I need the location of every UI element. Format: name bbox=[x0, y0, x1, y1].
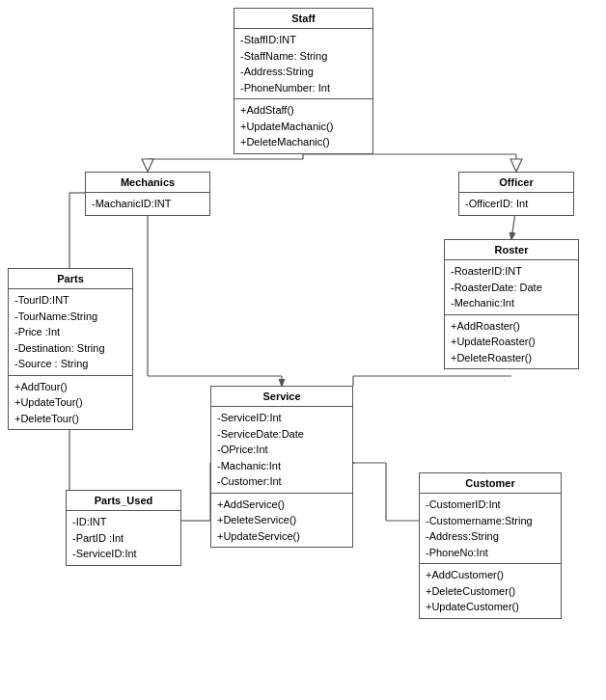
parts-used-attributes: -ID:INT -PartID :Int -ServiceID:Int bbox=[67, 511, 180, 565]
staff-attr-2: -StaffName: String bbox=[240, 48, 367, 65]
service-methods: +AddService() +DeleteService() +UpdateSe… bbox=[211, 494, 352, 548]
service-method-1: +AddService() bbox=[217, 497, 346, 513]
parts-attr-2: -TourName:String bbox=[14, 309, 126, 325]
officer-attr-1: -OfficerID: Int bbox=[465, 196, 567, 212]
parts-attr-4: -Destination: String bbox=[14, 340, 126, 357]
parts-used-class: Parts_Used -ID:INT -PartID :Int -Service… bbox=[66, 490, 181, 566]
svg-marker-7 bbox=[510, 159, 522, 172]
customer-attributes: -CustomerID:Int -Customername:String -Ad… bbox=[420, 494, 561, 564]
customer-method-3: +UpdateCustomer() bbox=[426, 599, 555, 615]
service-attr-5: -Customer:Int bbox=[217, 473, 346, 490]
officer-attributes: -OfficerID: Int bbox=[459, 193, 573, 215]
roster-method-1: +AddRoaster() bbox=[451, 318, 572, 335]
staff-method-2: +UpdateMachanic() bbox=[240, 119, 367, 135]
customer-methods: +AddCustomer() +DeleteCustomer() +Update… bbox=[420, 564, 561, 618]
mechanics-attr-1: -MachanicID:INT bbox=[92, 196, 204, 212]
roster-attr-1: -RoasterID:INT bbox=[451, 263, 572, 280]
staff-class: Staff -StaffID:INT -StaffName: String -A… bbox=[234, 8, 373, 154]
service-attr-1: -ServiceID:Int bbox=[217, 410, 346, 426]
roster-attr-3: -Mechanic:Int bbox=[451, 295, 572, 311]
service-method-3: +UpdateService() bbox=[217, 528, 346, 545]
customer-title: Customer bbox=[420, 473, 561, 494]
roster-method-3: +DeleteRoaster() bbox=[451, 350, 572, 366]
parts-class: Parts -TourID:INT -TourName:String -Pric… bbox=[8, 268, 133, 430]
service-attr-3: -OPrice:Int bbox=[217, 442, 346, 458]
parts-used-attr-1: -ID:INT bbox=[72, 514, 175, 530]
parts-used-title: Parts_Used bbox=[67, 491, 180, 511]
roster-class: Roster -RoasterID:INT -RoasterDate: Date… bbox=[444, 239, 579, 369]
staff-attr-4: -PhoneNumber: Int bbox=[240, 80, 367, 96]
roster-methods: +AddRoaster() +UpdateRoaster() +DeleteRo… bbox=[445, 315, 578, 369]
customer-method-2: +DeleteCustomer() bbox=[426, 583, 555, 600]
staff-attr-1: -StaffID:INT bbox=[240, 32, 367, 48]
roster-title: Roster bbox=[445, 240, 578, 260]
parts-attr-1: -TourID:INT bbox=[14, 292, 126, 309]
roster-attr-2: -RoasterDate: Date bbox=[451, 280, 572, 296]
customer-attr-3: -Address:String bbox=[426, 528, 555, 545]
staff-method-3: +DeleteMachanic() bbox=[240, 134, 367, 150]
parts-method-2: +UpdateTour() bbox=[14, 394, 126, 411]
parts-used-attr-2: -PartID :Int bbox=[72, 530, 175, 547]
mechanics-title: Mechanics bbox=[86, 173, 209, 193]
customer-method-1: +AddCustomer() bbox=[426, 567, 555, 583]
parts-used-attr-3: -ServiceID:Int bbox=[72, 546, 175, 562]
service-attributes: -ServiceID:Int -ServiceDate:Date -OPrice… bbox=[211, 407, 352, 494]
svg-marker-3 bbox=[142, 159, 153, 172]
staff-attr-3: -Address:String bbox=[240, 64, 367, 80]
customer-class: Customer -CustomerID:Int -Customername:S… bbox=[419, 472, 562, 619]
parts-method-1: +AddTour() bbox=[14, 379, 126, 395]
officer-class: Officer -OfficerID: Int bbox=[458, 172, 574, 216]
staff-methods: +AddStaff() +UpdateMachanic() +DeleteMac… bbox=[234, 99, 372, 153]
staff-title: Staff bbox=[234, 9, 372, 29]
parts-title: Parts bbox=[9, 269, 132, 289]
customer-attr-1: -CustomerID:Int bbox=[426, 497, 555, 513]
mechanics-class: Mechanics -MachanicID:INT bbox=[85, 172, 210, 216]
customer-attr-2: -Customername:String bbox=[426, 513, 555, 529]
parts-attr-5: -Source : String bbox=[14, 356, 126, 372]
roster-method-2: +UpdateRoaster() bbox=[451, 334, 572, 350]
staff-method-1: +AddStaff() bbox=[240, 102, 367, 119]
diagram-container: Staff -StaffID:INT -StaffName: String -A… bbox=[0, 0, 606, 700]
service-title: Service bbox=[211, 387, 352, 407]
parts-methods: +AddTour() +UpdateTour() +DeleteTour() bbox=[9, 376, 132, 430]
staff-attributes: -StaffID:INT -StaffName: String -Address… bbox=[234, 29, 372, 99]
parts-attr-3: -Price :Int bbox=[14, 324, 126, 340]
roster-attributes: -RoasterID:INT -RoasterDate: Date -Mecha… bbox=[445, 260, 578, 315]
service-attr-2: -ServiceDate:Date bbox=[217, 426, 346, 443]
customer-attr-4: -PhoneNo:Int bbox=[426, 545, 555, 561]
service-class: Service -ServiceID:Int -ServiceDate:Date… bbox=[210, 386, 353, 548]
parts-method-3: +DeleteTour() bbox=[14, 411, 126, 427]
service-attr-4: -Machanic:Int bbox=[217, 458, 346, 474]
parts-attributes: -TourID:INT -TourName:String -Price :Int… bbox=[9, 289, 132, 376]
mechanics-attributes: -MachanicID:INT bbox=[86, 193, 209, 215]
officer-title: Officer bbox=[459, 173, 573, 193]
service-method-2: +DeleteService() bbox=[217, 512, 346, 528]
